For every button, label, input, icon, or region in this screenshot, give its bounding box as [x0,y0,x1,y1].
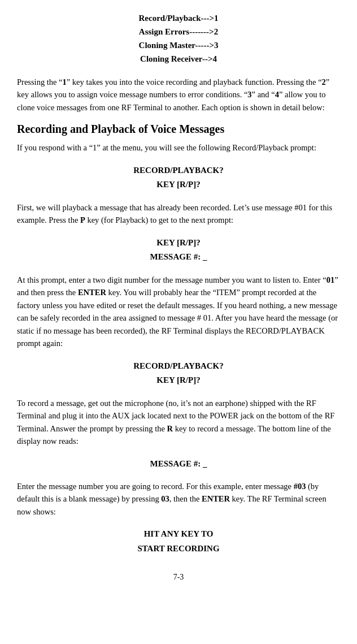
prompt1-line2: KEY [R/P]? [17,178,340,192]
prompt2-line2: MESSAGE #: _ [17,250,340,265]
menu-item-3: Cloning Master----->3 [17,38,340,52]
prompt4-line1: MESSAGE #: _ [17,457,340,472]
prompt1-line1: RECORD/PLAYBACK? [17,163,340,178]
prompt3-block: RECORD/PLAYBACK? KEY [R/P]? [17,359,340,388]
prompt5-line2: START RECORDING [17,542,340,556]
page-footer: 7-3 [17,573,340,582]
section1-para3: At this prompt, enter a two digit number… [17,274,340,350]
intro-paragraph: Pressing the “1” key takes you into the … [17,76,340,114]
section1-para2: First, we will playback a message that h… [17,201,340,227]
menu-block: Record/Playback--->1 Assign Errors------… [17,11,340,66]
section1-para1: If you respond with a “1” at the menu, y… [17,141,340,154]
prompt4-block: MESSAGE #: _ [17,457,340,472]
section1-para4: To record a message, get out the microph… [17,397,340,448]
prompt5-line1: HIT ANY KEY TO [17,527,340,542]
menu-item-2: Assign Errors------->2 [17,25,340,38]
prompt3-line2: KEY [R/P]? [17,373,340,388]
section1-heading: Recording and Playback of Voice Messages [17,123,340,136]
menu-item-4: Cloning Receiver-->4 [17,52,340,66]
prompt2-line1: KEY [R/P]? [17,236,340,250]
prompt3-line1: RECORD/PLAYBACK? [17,359,340,374]
page-number: 7-3 [173,573,184,581]
prompt1-block: RECORD/PLAYBACK? KEY [R/P]? [17,163,340,192]
prompt2-block: KEY [R/P]? MESSAGE #: _ [17,236,340,265]
menu-item-1: Record/Playback--->1 [17,11,340,25]
section1-para5: Enter the message number you are going t… [17,480,340,518]
prompt5-block: HIT ANY KEY TO START RECORDING [17,527,340,556]
